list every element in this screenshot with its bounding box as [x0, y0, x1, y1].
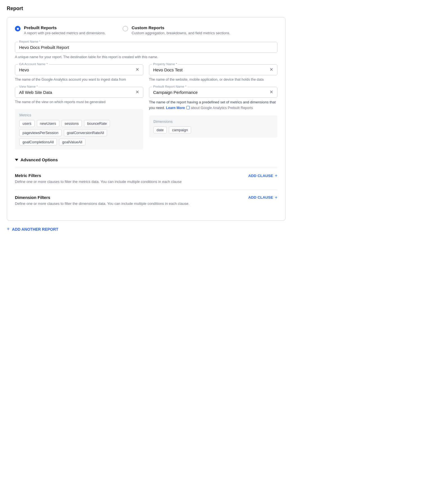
report-name-field: Report Name * [15, 42, 277, 53]
metric-filters-add-clause-btn[interactable]: ADD CLAUSE + [248, 173, 277, 178]
view-label: View Name * [18, 85, 39, 88]
ga-account-clear-icon[interactable]: ✕ [135, 67, 139, 72]
metric-tag: goalValueAll [59, 139, 85, 146]
view-hint: The name of the view on which reports mu… [15, 99, 143, 105]
view-col: View Name * ✕ The name of the view on wh… [15, 87, 143, 150]
metric-tag: bounceRate [84, 120, 110, 127]
prebuilt-report-clear-icon[interactable]: ✕ [270, 90, 273, 94]
ga-account-input[interactable] [19, 67, 135, 72]
view-prebuilt-row: View Name * ✕ The name of the view on wh… [15, 87, 277, 150]
property-label: Property Name * [152, 62, 178, 66]
advanced-options-toggle[interactable]: Advanced Options [15, 157, 277, 162]
prebuilt-report-label: Prebuilt Reports [24, 25, 106, 30]
metric-filters-title: Metric Filters [15, 173, 182, 178]
view-value: ✕ [19, 90, 139, 95]
view-input[interactable] [19, 90, 135, 95]
prebuilt-report-col: Prebuilt Report Name * ✕ The name of the… [149, 87, 277, 150]
learn-more-link[interactable]: Learn More [166, 106, 185, 110]
add-another-report-btn[interactable]: + ADD ANOTHER REPORT [7, 226, 286, 232]
dimension-filters-section: Dimension Filters Define one or more cla… [15, 190, 277, 212]
prebuilt-report-field: Prebuilt Report Name * ✕ [149, 87, 277, 98]
prebuilt-hint-suffix: about Google Analytics Prebuilt Reports [191, 106, 253, 110]
metric-filters-text: Metric Filters Define one or more clause… [15, 173, 182, 185]
property-field: Property Name * ✕ [149, 64, 277, 75]
ga-account-value: ✕ [19, 67, 139, 72]
metric-filters-section: Metric Filters Define one or more clause… [15, 168, 277, 190]
ga-account-col: GA Account Name * ✕ The name of the Goog… [15, 64, 143, 87]
custom-report-option[interactable]: Custom Reports Custom aggregation, break… [123, 25, 230, 35]
dimensions-tags-row: datecampaign [153, 126, 273, 133]
ga-account-label: GA Account Name * [18, 62, 49, 66]
metric-tag: pageviewsPerSession [19, 129, 62, 136]
prebuilt-report-desc: A report with pre-selected metrics and d… [24, 31, 106, 35]
account-property-row: GA Account Name * ✕ The name of the Goog… [15, 64, 277, 87]
advanced-options-label: Advanced Options [21, 157, 58, 162]
property-clear-icon[interactable]: ✕ [270, 67, 273, 72]
dimension-filters-description: Define one or more clauses to filter the… [15, 201, 189, 207]
view-field: View Name * ✕ [15, 87, 143, 98]
custom-report-text: Custom Reports Custom aggregation, break… [132, 25, 230, 35]
add-report-label: ADD ANOTHER REPORT [12, 227, 58, 232]
view-clear-icon[interactable]: ✕ [135, 90, 139, 94]
dimension-tag: date [153, 126, 167, 133]
ga-account-hint: The name of the Google Analytics account… [15, 77, 143, 82]
report-name-hint: A unique name for your report. The desti… [15, 55, 277, 60]
dimension-filters-text: Dimension Filters Define one or more cla… [15, 195, 189, 207]
metrics-tags-row: usersnewUserssessionsbounceRatepageviews… [19, 120, 139, 146]
dimension-filters-clause-label: ADD CLAUSE [248, 195, 273, 200]
metric-tag: goalConversionRateAll [64, 129, 107, 136]
dimension-tag: campaign [169, 126, 191, 133]
property-value: ✕ [153, 67, 273, 72]
custom-report-label: Custom Reports [132, 25, 230, 30]
report-card: Prebuilt Reports A report with pre-selec… [7, 17, 286, 221]
metric-filters-row: Metric Filters Define one or more clause… [15, 173, 277, 185]
metric-tag: users [19, 120, 35, 127]
page-title: Report [7, 6, 286, 12]
metric-tag: sessions [62, 120, 82, 127]
custom-report-desc: Custom aggregation, breakdowns, and fiel… [132, 31, 230, 35]
external-link-icon [186, 106, 190, 109]
metric-filters-plus-icon: + [275, 173, 277, 178]
prebuilt-report-name-value: ✕ [153, 90, 273, 95]
prebuilt-report-hint: The name of the report having a predefin… [149, 99, 277, 111]
chevron-down-icon [15, 159, 18, 161]
prebuilt-report-name-label: Prebuilt Report Name * [152, 85, 187, 88]
metric-filters-description: Define one or more clauses to filter the… [15, 179, 182, 185]
metric-tag: goalCompletionsAll [19, 139, 57, 146]
dimension-filters-plus-icon: + [275, 195, 277, 200]
metrics-label: Metrics [19, 113, 139, 117]
custom-radio-circle[interactable] [123, 26, 128, 31]
ga-account-field: GA Account Name * ✕ [15, 64, 143, 75]
metric-filters-clause-label: ADD CLAUSE [248, 174, 273, 178]
prebuilt-report-option[interactable]: Prebuilt Reports A report with pre-selec… [15, 25, 106, 35]
prebuilt-report-text: Prebuilt Reports A report with pre-selec… [24, 25, 106, 35]
dimension-filters-add-clause-btn[interactable]: ADD CLAUSE + [248, 195, 277, 200]
property-col: Property Name * ✕ The name of the websit… [149, 64, 277, 87]
report-name-label: Report Name * [18, 40, 42, 43]
report-type-row: Prebuilt Reports A report with pre-selec… [15, 25, 277, 35]
dimension-filters-title: Dimension Filters [15, 195, 189, 200]
prebuilt-report-name-input[interactable] [153, 90, 270, 95]
add-report-plus-icon: + [7, 226, 10, 232]
dimension-filters-row: Dimension Filters Define one or more cla… [15, 195, 277, 207]
metrics-container: Metrics usersnewUserssessionsbounceRatep… [15, 109, 143, 149]
property-hint: The name of the website, mobile applicat… [149, 77, 277, 82]
dimensions-label: Dimensions [153, 119, 273, 124]
report-name-input[interactable] [19, 45, 273, 50]
property-input[interactable] [153, 67, 270, 72]
dimensions-container: Dimensions datecampaign [149, 115, 277, 137]
report-name-value [19, 45, 273, 50]
metric-tag: newUsers [37, 120, 59, 127]
prebuilt-radio-circle[interactable] [15, 26, 21, 31]
